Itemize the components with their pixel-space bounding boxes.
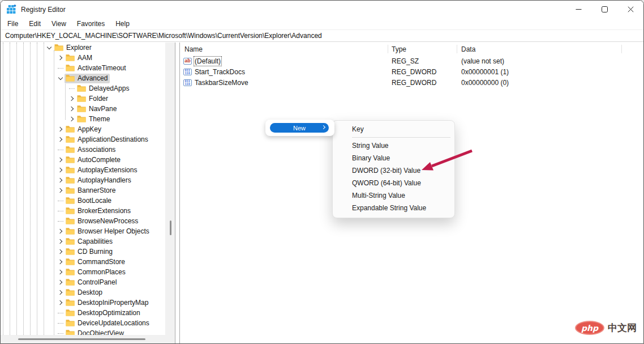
tree-item-desktopoptimization[interactable]: DesktopOptimization — [1, 308, 165, 318]
submenu-item-binary-value[interactable]: Binary Value — [333, 152, 454, 164]
tree-item-browser-helper-objects[interactable]: Browser Helper Objects — [1, 226, 165, 236]
submenu-item-qword-64-bit-value[interactable]: QWORD (64-bit) Value — [333, 177, 454, 189]
tree-item-body[interactable]: ApplicationDestinations — [65, 135, 151, 145]
tree-item-body[interactable]: NavPane — [76, 104, 119, 114]
tree-item-navpane[interactable]: NavPane — [1, 104, 165, 114]
tree-item-aam[interactable]: AAM — [1, 53, 165, 63]
tree-item-folder[interactable]: Folder — [1, 94, 165, 104]
column-separator[interactable] — [621, 45, 622, 53]
chevron-right-icon[interactable] — [56, 278, 65, 286]
tree-item-body[interactable]: AutoComplete — [65, 155, 123, 165]
tree-item-body[interactable]: DeviceUpdateLocations — [65, 318, 152, 328]
tree-item-body[interactable]: Capabilities — [65, 237, 115, 247]
column-header-name[interactable]: Name — [184, 43, 203, 56]
tree-item-desktopinipropertymap[interactable]: DesktopIniPropertyMap — [1, 298, 165, 308]
tree-item-body[interactable]: Folder — [76, 94, 110, 104]
tree-item-advanced[interactable]: Advanced — [1, 73, 165, 83]
chevron-right-icon[interactable] — [56, 248, 65, 256]
tree-item-body[interactable]: Desktop — [65, 288, 105, 298]
chevron-right-icon[interactable] — [56, 54, 65, 62]
chevron-right-icon[interactable] — [56, 176, 65, 184]
chevron-right-icon[interactable] — [56, 156, 65, 164]
vertical-scrollbar-thumb[interactable] — [170, 220, 171, 235]
tree-item-deviceupdatelocations[interactable]: DeviceUpdateLocations — [1, 318, 165, 328]
tree-item-body[interactable]: AutoplayHandlers — [65, 176, 134, 185]
tree-item-body[interactable]: ControlPanel — [65, 278, 119, 287]
chevron-right-icon[interactable] — [67, 105, 76, 113]
tree-horizontal-scrollbar[interactable] — [1, 335, 175, 343]
tree-item-body[interactable]: DelayedApps — [76, 84, 131, 94]
tree-item-autoplayhandlers[interactable]: AutoplayHandlers — [1, 175, 165, 185]
tree-item-associations[interactable]: Associations — [1, 145, 165, 155]
tree-item-applicationdestinations[interactable]: ApplicationDestinations — [1, 134, 165, 145]
chevron-right-icon[interactable] — [56, 186, 65, 194]
tree-item-body[interactable]: CommandStore — [65, 257, 127, 267]
tree-item-body[interactable]: Explorer — [53, 43, 94, 53]
tree-item-autocomplete[interactable]: AutoComplete — [1, 155, 165, 165]
menu-edit[interactable]: Edit — [27, 19, 43, 28]
tree-item-body[interactable]: CD Burning — [65, 247, 115, 257]
submenu-item-dword-32-bit-value[interactable]: DWORD (32-bit) Value — [333, 164, 454, 177]
tree-item-body[interactable]: BootLocale — [65, 196, 114, 206]
tree-item-theme[interactable]: Theme — [1, 114, 165, 124]
tree-item-bannerstore[interactable]: BannerStore — [1, 185, 165, 196]
tree-item-appkey[interactable]: AppKey — [1, 124, 165, 134]
tree-item-activatetimeout[interactable]: ActivateTimeout — [1, 63, 165, 73]
tree-item-autoplayextensions[interactable]: AutoplayExtensions — [1, 165, 165, 175]
chevron-down-icon[interactable] — [45, 44, 53, 52]
column-separator[interactable] — [388, 45, 388, 53]
chevron-right-icon[interactable] — [56, 166, 65, 174]
submenu-item-key[interactable]: Key — [333, 123, 454, 135]
tree-item-body[interactable]: CommonPlaces — [65, 267, 128, 277]
chevron-right-icon[interactable] — [67, 95, 76, 103]
tree-item-body[interactable]: BrokerExtensions — [65, 206, 133, 216]
chevron-right-icon[interactable] — [56, 135, 65, 143]
tree-item-body[interactable]: Associations — [65, 145, 118, 155]
tree-item-body[interactable]: Advanced — [65, 74, 110, 83]
chevron-right-icon[interactable] — [56, 299, 65, 307]
tree-item-capabilities[interactable]: Capabilities — [1, 236, 165, 247]
menu-file[interactable]: File — [5, 19, 20, 28]
tree-item-body[interactable]: AppKey — [65, 125, 104, 134]
menu-favorites[interactable]: Favorites — [75, 19, 107, 28]
tree-item-body[interactable]: AutoplayExtensions — [65, 165, 139, 175]
chevron-right-icon[interactable] — [56, 237, 65, 245]
tree-item-cd-burning[interactable]: CD Burning — [1, 247, 165, 257]
column-header-type[interactable]: Type — [392, 43, 406, 56]
tree-item-browsenewprocess[interactable]: BrowseNewProcess — [1, 216, 165, 226]
chevron-right-icon[interactable] — [67, 115, 76, 123]
tree-item-commandstore[interactable]: CommandStore — [1, 257, 165, 267]
chevron-right-icon[interactable] — [56, 227, 65, 235]
tree-item-body[interactable]: ActivateTimeout — [65, 63, 128, 73]
horizontal-scrollbar-thumb[interactable] — [18, 338, 145, 340]
chevron-right-icon[interactable] — [56, 125, 65, 133]
tree-item-delayedapps[interactable]: DelayedApps — [1, 83, 165, 94]
close-button[interactable] — [617, 1, 643, 18]
column-separator[interactable] — [457, 45, 457, 53]
value-row-default[interactable]: ab(Default)REG_SZ(value not set) — [180, 56, 643, 66]
submenu-item-expandable-string-value[interactable]: Expandable String Value — [333, 202, 454, 214]
tree-item-body[interactable]: BannerStore — [65, 186, 118, 196]
address-bar[interactable]: Computer\HKEY_LOCAL_MACHINE\SOFTWARE\Mic… — [1, 29, 643, 42]
tree-item-body[interactable]: Browser Helper Objects — [65, 227, 152, 236]
minimize-button[interactable] — [565, 1, 591, 18]
submenu-item-multi-string-value[interactable]: Multi-String Value — [333, 189, 454, 202]
tree-item-controlpanel[interactable]: ControlPanel — [1, 277, 165, 287]
menu-view[interactable]: View — [49, 19, 68, 28]
tree-item-body[interactable]: AAM — [65, 53, 95, 63]
tree-item-desktop[interactable]: Desktop — [1, 287, 165, 298]
chevron-down-icon[interactable] — [56, 74, 65, 82]
value-row-taskbarsizemove[interactable]: 011110TaskbarSizeMoveREG_DWORD0x00000000… — [180, 77, 643, 88]
submenu-item-string-value[interactable]: String Value — [333, 139, 454, 152]
chevron-right-icon[interactable] — [56, 268, 65, 276]
tree-item-explorer[interactable]: Explorer — [1, 43, 165, 53]
tree-vertical-scrollbar[interactable] — [165, 43, 175, 335]
tree-item-bootlocale[interactable]: BootLocale — [1, 196, 165, 206]
menu-help[interactable]: Help — [113, 19, 132, 28]
menu-item-new[interactable]: New — [270, 123, 329, 133]
chevron-right-icon[interactable] — [56, 258, 65, 266]
value-row-start-trackdocs[interactable]: 011110Start_TrackDocsREG_DWORD0x00000001… — [180, 66, 643, 77]
chevron-right-icon[interactable] — [56, 288, 65, 296]
column-header-data[interactable]: Data — [461, 43, 475, 56]
tree-item-body[interactable]: BrowseNewProcess — [65, 216, 140, 226]
